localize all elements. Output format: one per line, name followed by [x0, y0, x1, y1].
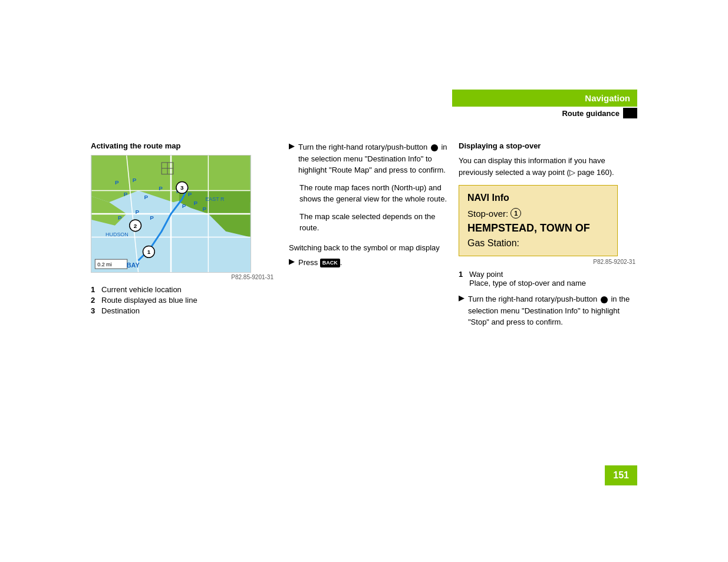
left-column: Activating the route map P P P P P P — [91, 141, 274, 321]
navi-info-box: NAVI Info Stop-over: 1 HEMPSTEAD, TOWN O… — [459, 185, 618, 256]
bullet-text-right: Turn the right-hand rotary/push-button i… — [468, 293, 635, 328]
svg-text:3: 3 — [180, 184, 184, 191]
svg-text:P: P — [118, 214, 122, 221]
svg-text:1: 1 — [147, 249, 151, 255]
route-map-image: P P P P P P P P P P P P P 3 2 1 0.2 mi — [91, 155, 251, 273]
svg-text:P: P — [150, 214, 154, 221]
navi-title: NAVI Info — [467, 193, 609, 203]
list-num-3: 3 — [91, 306, 99, 315]
svg-text:P: P — [136, 209, 140, 215]
list-text-3: Destination — [101, 306, 140, 315]
bullet-arrow-2: ▶ — [289, 257, 295, 269]
svg-text:0.2 mi: 0.2 mi — [97, 262, 111, 267]
navi-caption: P82.85-9202-31 — [459, 259, 635, 265]
route-guidance-bar: Route guidance — [452, 108, 637, 118]
list-num-1: 1 — [91, 285, 99, 294]
bullet-item-1: ▶ Turn the right-hand rotary/push-button… — [289, 141, 454, 176]
right-column: Displaying a stop-over You can display t… — [459, 141, 635, 334]
header-navigation: Navigation Route guidance — [452, 90, 637, 118]
list-item: 3 Destination — [91, 306, 274, 315]
svg-text:P: P — [115, 180, 119, 186]
stop-over-label: Stop-over: — [467, 209, 508, 219]
page-number: 151 — [605, 465, 637, 485]
left-list: 1 Current vehicle location 2 Route displ… — [91, 285, 274, 315]
svg-text:P: P — [182, 203, 186, 209]
navi-line3: Gas Station: — [467, 238, 609, 249]
bullet-text-2: Press BACK. — [298, 257, 342, 269]
waypoint-list: 1 Way pointPlace, type of stop-over and … — [459, 270, 635, 287]
list-item: 1 Current vehicle location — [91, 285, 274, 294]
list-text-1: Current vehicle location — [101, 285, 182, 294]
route-guidance-black-box — [623, 108, 637, 118]
para-2: The map scale selected depends on the ro… — [289, 211, 454, 234]
waypoint-label: Way pointPlace, type of stop-over and na… — [469, 270, 586, 287]
svg-text:BAY: BAY — [127, 262, 140, 269]
svg-text:P: P — [144, 194, 148, 200]
bullet-arrow-1: ▶ — [289, 141, 295, 176]
intro-text: You can display this information if you … — [459, 155, 635, 178]
activating-title: Activating the route map — [91, 141, 274, 150]
navigation-bar: Navigation — [452, 90, 637, 107]
svg-text:P: P — [159, 185, 163, 191]
rotary-icon-1 — [431, 144, 438, 151]
para-1: The route map faces north (North-up) and… — [289, 182, 454, 205]
switching-label: Switching back to the symbol or map disp… — [289, 242, 454, 254]
displaying-title: Displaying a stop-over — [459, 141, 635, 150]
svg-text:EAST R: EAST R — [205, 196, 225, 202]
list-text-2: Route displayed as blue line — [101, 296, 197, 305]
svg-text:P: P — [194, 200, 198, 206]
route-guidance-label: Route guidance — [562, 109, 620, 118]
middle-column: ▶ Turn the right-hand rotary/push-button… — [289, 141, 454, 275]
svg-text:P: P — [133, 177, 137, 183]
svg-text:P: P — [124, 191, 128, 197]
waypoint-num: 1 — [459, 270, 467, 287]
svg-text:P: P — [202, 206, 206, 212]
back-key: BACK — [320, 259, 340, 268]
rotary-icon-2 — [601, 296, 608, 303]
bullet-item-right: ▶ Turn the right-hand rotary/push-button… — [459, 293, 635, 328]
map-caption: P82.85-9201-31 — [91, 274, 274, 280]
bullet-arrow-right: ▶ — [459, 293, 465, 328]
navi-line1: Stop-over: 1 — [467, 208, 609, 219]
svg-text:P: P — [188, 191, 192, 197]
navi-line2: HEMPSTEAD, TOWN OF — [467, 221, 609, 236]
svg-text:2: 2 — [134, 223, 137, 229]
circle-num-1: 1 — [510, 208, 521, 219]
waypoint-item-1: 1 Way pointPlace, type of stop-over and … — [459, 270, 635, 287]
list-num-2: 2 — [91, 296, 99, 305]
navigation-label: Navigation — [585, 93, 630, 103]
list-item: 2 Route displayed as blue line — [91, 296, 274, 305]
bullet-item-2: ▶ Press BACK. — [289, 257, 454, 269]
bullet-text-1: Turn the right-hand rotary/push-button i… — [298, 141, 454, 176]
svg-text:HUDSON: HUDSON — [106, 232, 129, 237]
